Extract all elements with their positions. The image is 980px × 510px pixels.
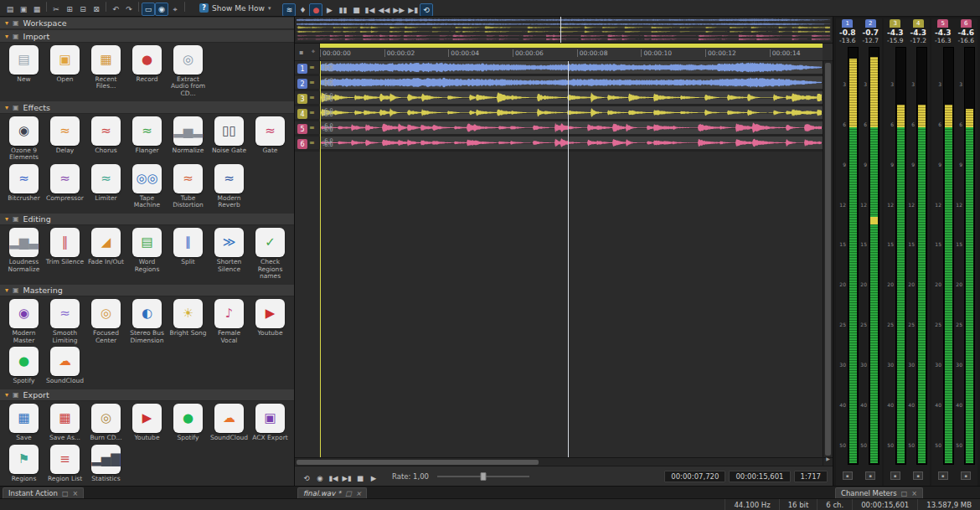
- channel-tab[interactable]: 2: [865, 19, 876, 28]
- toolbar-icon[interactable]: ▣: [17, 3, 30, 16]
- tab-channel-meters[interactable]: Channel Meters □ ×: [835, 487, 923, 498]
- float-window-icon[interactable]: □: [901, 490, 908, 497]
- action-tile[interactable]: ≈ Delay: [44, 116, 85, 162]
- tab-instant-action[interactable]: Instant Action □ ×: [3, 487, 84, 498]
- action-tile[interactable]: ≈ Chorus: [85, 116, 126, 162]
- toolbar-icon[interactable]: ▤: [3, 3, 17, 16]
- show-me-how-button[interactable]: ? Show Me How ▾: [194, 2, 276, 14]
- section-header-workspace[interactable]: ▾ ▣ Workspace: [0, 18, 294, 29]
- audio-track[interactable]: 2 ≡ -6.0 -Inf. -6.0: [295, 76, 833, 91]
- waveform-canvas[interactable]: -6.0 -Inf. -6.0: [320, 91, 823, 104]
- track-menu-icon[interactable]: ≡: [309, 79, 315, 87]
- toolbar-icon[interactable]: ▮▮: [336, 3, 349, 17]
- channel-number-badge[interactable]: 2: [297, 79, 307, 89]
- transport-button[interactable]: ◉: [313, 471, 327, 485]
- transport-button[interactable]: ▶: [367, 471, 380, 485]
- time-ruler[interactable]: 00:00:0000:00:0200:00:0400:00:0600:00:08…: [320, 44, 823, 60]
- toolbar-icon[interactable]: ↶: [109, 3, 122, 16]
- action-tile[interactable]: ● Spotify: [3, 347, 44, 385]
- channel-tab[interactable]: 5: [937, 19, 948, 28]
- meter-option-button[interactable]: ▪: [890, 471, 900, 480]
- action-tile[interactable]: ◢ Fade In/Out: [85, 228, 126, 281]
- action-tile[interactable]: ≡ Region List: [44, 445, 85, 483]
- action-tile[interactable]: ≈ Compressor: [44, 164, 85, 209]
- horizontal-scrollbar[interactable]: ◀▶−+: [295, 457, 833, 466]
- action-tile[interactable]: ▦ Save: [3, 404, 44, 442]
- meter-option-button[interactable]: ▪: [938, 471, 948, 480]
- track-menu-icon[interactable]: ≡: [309, 64, 315, 72]
- section-header-export[interactable]: ▾ ▣ Export: [0, 389, 294, 401]
- action-tile[interactable]: ▤ Word Regions: [126, 228, 168, 281]
- action-tile[interactable]: ▯▯ Noise Gate: [209, 116, 250, 162]
- action-tile[interactable]: ‖ Trim Silence: [44, 228, 85, 281]
- action-tile[interactable]: ▦ Recent Files...: [85, 45, 126, 98]
- toolbar-icon[interactable]: ⊠: [90, 3, 103, 16]
- float-window-icon[interactable]: □: [345, 490, 352, 497]
- channel-number-badge[interactable]: 3: [297, 94, 307, 104]
- audio-track[interactable]: 1 ≡ -6.0 -Inf. -6.0: [295, 61, 833, 76]
- channel-tab[interactable]: 3: [890, 19, 900, 28]
- audio-track[interactable]: 6 ≡ -6.0 -Inf. -6.0: [295, 137, 833, 152]
- toolbar-icon[interactable]: ▦: [30, 3, 44, 16]
- audio-track[interactable]: 3 ≡ -6.0 -Inf. -6.0: [295, 91, 833, 106]
- section-header-import[interactable]: ▾ ▣ Import: [0, 30, 294, 42]
- waveform-canvas[interactable]: -6.0 -Inf. -6.0: [320, 61, 823, 74]
- track-menu-icon[interactable]: ≡: [309, 139, 315, 147]
- channel-number-badge[interactable]: 6: [297, 139, 307, 149]
- toolbar-icon[interactable]: [106, 2, 106, 12]
- current-time-display[interactable]: 00:00:07,720: [664, 471, 725, 482]
- close-icon[interactable]: ×: [911, 490, 917, 497]
- action-tile[interactable]: ∥ Split: [168, 228, 209, 281]
- rate-slider[interactable]: [437, 472, 529, 481]
- action-tile[interactable]: ≈ Bitcrusher: [3, 164, 44, 209]
- track-menu-icon[interactable]: ≡: [309, 109, 315, 117]
- meter-option-button[interactable]: ▪: [961, 471, 971, 480]
- channel-tab[interactable]: 1: [842, 19, 853, 28]
- action-tile[interactable]: ☁ SoundCloud: [209, 404, 250, 442]
- action-tile[interactable]: ◉ Ozone 9 Elements: [3, 116, 44, 162]
- toolbar-icon[interactable]: ↷: [122, 3, 136, 16]
- total-time-display[interactable]: 00:00:15,601: [729, 471, 790, 482]
- transport-button[interactable]: ▮◀: [327, 471, 340, 485]
- action-tile[interactable]: ▶ Youtube: [250, 299, 291, 344]
- action-tile[interactable]: ▣ Open: [44, 45, 85, 98]
- channel-number-badge[interactable]: 5: [297, 124, 307, 134]
- toolbar-icon[interactable]: ◀◀: [376, 3, 391, 17]
- toolbar-icon[interactable]: ▮◀: [363, 3, 376, 17]
- channel-tab[interactable]: 4: [913, 19, 924, 28]
- toolbar-icon[interactable]: ✂: [49, 3, 63, 16]
- toolbar-icon[interactable]: [46, 2, 47, 12]
- action-tile[interactable]: ◉ Modern Master: [3, 299, 44, 344]
- close-icon[interactable]: ×: [72, 490, 78, 497]
- action-tile[interactable]: ▣ ACX Export: [250, 404, 291, 442]
- zoom-ratio-display[interactable]: 1:717: [794, 471, 828, 482]
- toolbar-icon[interactable]: [184, 2, 185, 12]
- action-tile[interactable]: ≈ Modern Reverb: [209, 164, 250, 209]
- action-tile[interactable]: ⚑ Regions: [3, 445, 44, 483]
- rate-slider-handle[interactable]: [480, 472, 486, 481]
- toolbar-icon[interactable]: ⊟: [76, 3, 90, 16]
- action-tile[interactable]: ✓ Check Regions names: [250, 228, 291, 281]
- channel-number-badge[interactable]: 4: [297, 109, 307, 119]
- toolbar-icon[interactable]: [138, 2, 139, 12]
- action-tile[interactable]: ≈ Flanger: [126, 116, 168, 162]
- transport-button[interactable]: ▶▮: [340, 471, 353, 485]
- channel-tab[interactable]: 6: [961, 19, 972, 28]
- waveform-canvas[interactable]: -6.0 -Inf. -6.0: [320, 121, 823, 134]
- waveform-canvas[interactable]: -6.0 -Inf. -6.0: [320, 76, 823, 89]
- action-tile[interactable]: ● Spotify: [168, 404, 209, 442]
- action-tile[interactable]: ◎ Burn CD...: [85, 404, 126, 442]
- action-tile[interactable]: ≈ Smooth Limiting: [44, 299, 85, 344]
- action-tile[interactable]: ▂▆▃ Loudness Normalize: [3, 228, 44, 281]
- action-tile[interactable]: ≈ Tube Distortion: [168, 164, 209, 209]
- toolbar-icon[interactable]: ▶: [322, 3, 336, 17]
- action-tile[interactable]: ● Record: [126, 45, 168, 98]
- transport-button[interactable]: ■: [353, 471, 367, 485]
- overview-strip[interactable]: [295, 17, 833, 44]
- transport-button[interactable]: ⟲: [300, 471, 313, 485]
- action-tile[interactable]: ◎ Focused Center: [85, 299, 126, 344]
- waveform-canvas[interactable]: -6.0 -Inf. -6.0: [320, 106, 823, 119]
- meter-option-button[interactable]: ▪: [913, 471, 923, 480]
- action-tile[interactable]: ☁ SoundCloud: [44, 347, 85, 385]
- meter-option-button[interactable]: ▪: [843, 471, 853, 480]
